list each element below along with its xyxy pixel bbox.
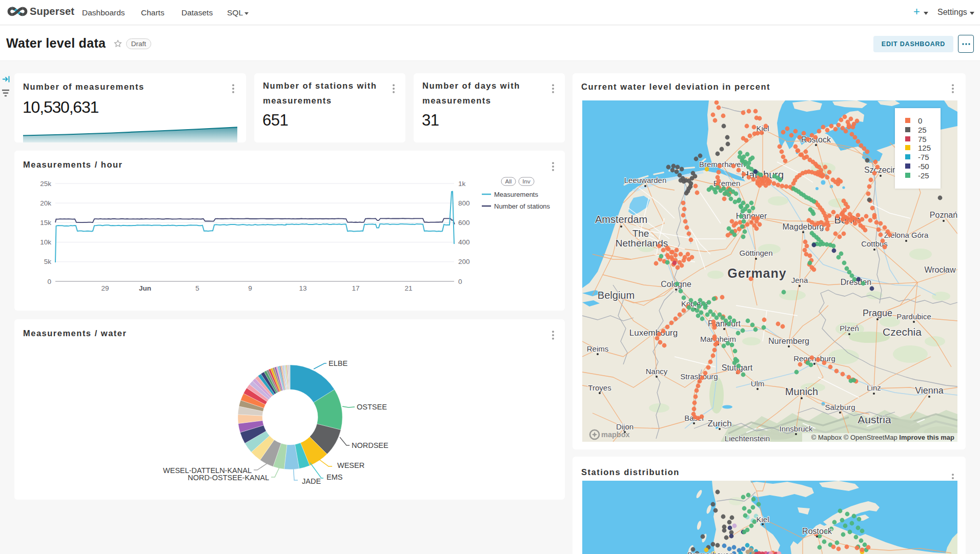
svg-text:Szczecin: Szczecin xyxy=(864,166,897,174)
svg-text:Inv: Inv xyxy=(522,178,530,184)
svg-text:Vienna: Vienna xyxy=(915,385,944,396)
svg-text:The: The xyxy=(632,228,649,239)
svg-text:Luxembourg: Luxembourg xyxy=(629,328,678,338)
svg-text:1k: 1k xyxy=(458,180,466,188)
svg-text:Nuremberg: Nuremberg xyxy=(768,337,809,345)
svg-text:Troyes: Troyes xyxy=(588,383,611,392)
svg-text:Jena: Jena xyxy=(791,276,808,284)
svg-text:JADE: JADE xyxy=(302,477,321,485)
svg-text:Czechia: Czechia xyxy=(883,326,922,338)
svg-text:Amsterdam: Amsterdam xyxy=(595,214,647,225)
svg-text:Bremerhaven: Bremerhaven xyxy=(687,550,733,554)
svg-text:29: 29 xyxy=(101,284,109,292)
svg-text:Innsbruck: Innsbruck xyxy=(779,424,813,433)
svg-text:Leeuwarden: Leeuwarden xyxy=(624,176,667,184)
svg-text:Germany: Germany xyxy=(727,266,786,280)
svg-text:Prague: Prague xyxy=(863,308,892,318)
svg-text:13: 13 xyxy=(299,284,307,292)
svg-text:Pardubice: Pardubice xyxy=(896,312,931,321)
svg-text:Linz: Linz xyxy=(867,383,881,392)
svg-text:Reims: Reims xyxy=(587,344,609,353)
svg-text:400: 400 xyxy=(458,238,470,246)
svg-text:ELBE: ELBE xyxy=(329,359,348,367)
svg-text:All: All xyxy=(505,178,512,184)
svg-text:Belgium: Belgium xyxy=(598,290,635,301)
svg-text:Wrocław: Wrocław xyxy=(924,265,955,274)
svg-text:Number of stations: Number of stations xyxy=(494,202,550,210)
svg-text:Nancy: Nancy xyxy=(646,367,668,376)
svg-text:800: 800 xyxy=(458,199,470,207)
svg-text:Salzburg: Salzburg xyxy=(825,403,855,412)
svg-text:Austria: Austria xyxy=(858,414,891,425)
svg-text:0: 0 xyxy=(47,278,51,285)
svg-text:9: 9 xyxy=(248,284,252,292)
svg-text:Poznań: Poznań xyxy=(930,211,957,219)
svg-text:25k: 25k xyxy=(40,180,51,188)
svg-text:OSTSEE: OSTSEE xyxy=(357,403,387,411)
svg-text:NORD-OSTSEE-KANAL: NORD-OSTSEE-KANAL xyxy=(188,474,269,482)
svg-text:Plzeň: Plzeň xyxy=(840,324,859,333)
svg-text:Rostock: Rostock xyxy=(802,527,832,536)
svg-text:Regensburg: Regensburg xyxy=(793,354,835,363)
svg-text:Munich: Munich xyxy=(785,386,818,397)
svg-text:Dijon: Dijon xyxy=(616,422,634,431)
svg-text:15k: 15k xyxy=(40,219,51,227)
svg-text:600: 600 xyxy=(458,219,470,227)
svg-text:EMS: EMS xyxy=(326,473,342,481)
svg-text:200: 200 xyxy=(458,258,470,265)
svg-text:Jun: Jun xyxy=(139,284,151,292)
svg-text:NORDSEE: NORDSEE xyxy=(352,441,389,449)
svg-text:WESEL-DATTELN-KANAL: WESEL-DATTELN-KANAL xyxy=(163,466,252,475)
svg-text:Ulm: Ulm xyxy=(751,379,765,388)
svg-text:5k: 5k xyxy=(44,258,52,265)
svg-text:20k: 20k xyxy=(40,199,51,207)
svg-text:17: 17 xyxy=(352,284,359,292)
svg-text:5: 5 xyxy=(195,284,199,292)
svg-text:Zurich: Zurich xyxy=(707,419,731,428)
svg-text:Kiel: Kiel xyxy=(756,515,769,524)
svg-text:Measurements: Measurements xyxy=(494,191,538,198)
svg-text:21: 21 xyxy=(404,284,412,292)
svg-text:10k: 10k xyxy=(40,238,51,246)
svg-text:Göttingen: Göttingen xyxy=(739,249,772,257)
svg-text:0: 0 xyxy=(458,278,462,285)
svg-text:WESER: WESER xyxy=(337,461,364,469)
svg-text:Liechtenstein: Liechtenstein xyxy=(725,434,770,442)
